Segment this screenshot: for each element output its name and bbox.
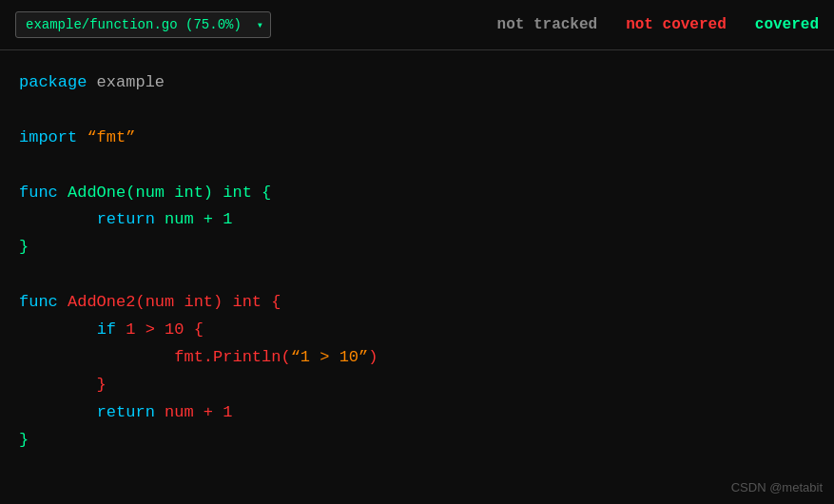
code-line: package example [19, 69, 815, 97]
code-line [19, 97, 815, 125]
code-line: } [19, 427, 815, 455]
code-line: return num + 1 [19, 206, 815, 234]
file-select-wrapper[interactable]: example/function.go (75.0%) ▾ [15, 11, 271, 38]
watermark: CSDN @metabit [731, 480, 823, 494]
code-line: return num + 1 [19, 399, 815, 427]
code-line: fmt.Println(“1 > 10”) [19, 344, 815, 372]
code-line: } [19, 234, 815, 262]
legend: not tracked not covered covered [497, 16, 819, 33]
code-line: func AddOne(num int) int { [19, 180, 815, 207]
code-line: func AddOne2(num int) int { [19, 289, 815, 317]
code-line: } [19, 372, 815, 399]
legend-not-tracked: not tracked [497, 16, 598, 33]
legend-not-covered: not covered [626, 16, 727, 33]
code-line [19, 262, 815, 289]
header: example/function.go (75.0%) ▾ not tracke… [0, 0, 834, 50]
file-select[interactable]: example/function.go (75.0%) [15, 11, 271, 38]
legend-covered: covered [755, 16, 819, 33]
code-line: import “fmt” [19, 125, 815, 152]
code-line: if 1 > 10 { [19, 317, 815, 344]
code-area: package example import “fmt” func AddOne… [0, 50, 834, 473]
code-line [19, 152, 815, 180]
